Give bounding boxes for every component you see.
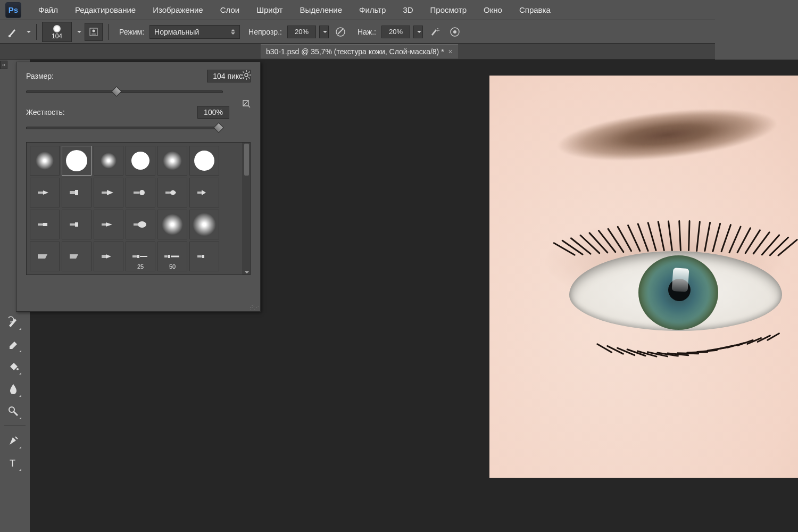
brush-hardness-slider[interactable] — [26, 124, 223, 131]
svg-rect-27 — [197, 192, 202, 194]
menu-view[interactable]: Просмотр — [422, 5, 476, 14]
svg-point-4 — [437, 28, 438, 29]
svg-point-49 — [16, 368, 19, 370]
preset-size-label: 25 — [137, 263, 144, 270]
size-pressure-toggle[interactable] — [446, 24, 463, 40]
menu-bar: Ps Файл Редактирование Изображение Слои … — [0, 0, 715, 20]
svg-rect-44 — [164, 255, 168, 257]
brush-preset[interactable] — [157, 210, 187, 239]
resize-grip-icon[interactable]: ⋰⋰⋰ — [250, 305, 258, 309]
menu-help[interactable]: Справка — [511, 5, 559, 14]
opacity-field[interactable]: 20% — [287, 26, 316, 38]
blend-mode-value: Нормальный — [154, 28, 199, 36]
brush-preset[interactable] — [30, 242, 60, 271]
tool-preset-caret-icon[interactable] — [27, 31, 31, 33]
svg-point-5 — [438, 30, 439, 31]
brush-preset[interactable] — [189, 178, 219, 207]
type-tool[interactable]: T — [4, 454, 22, 472]
brush-preset[interactable] — [157, 178, 187, 207]
blend-mode-dropdown[interactable]: Нормальный — [149, 25, 240, 39]
brush-size-slider[interactable] — [26, 88, 223, 95]
brush-preset[interactable] — [157, 146, 187, 176]
menu-image[interactable]: Изображение — [144, 5, 212, 14]
brush-panel-toggle[interactable] — [85, 23, 103, 41]
brush-preset[interactable] — [94, 146, 123, 176]
panel-expand-handle[interactable]: ›› — [0, 61, 7, 69]
svg-rect-24 — [134, 192, 139, 194]
menu-select[interactable]: Выделение — [292, 5, 351, 14]
brush-preset[interactable] — [62, 210, 92, 239]
pen-tool[interactable] — [4, 431, 22, 450]
eraser-tool[interactable] — [4, 335, 22, 353]
menu-edit[interactable]: Редактирование — [66, 5, 144, 14]
preset-size-label: 50 — [169, 263, 176, 270]
flow-field[interactable]: 20% — [381, 26, 410, 38]
brush-preset-picker[interactable]: 104 — [42, 22, 72, 42]
menu-type[interactable]: Шрифт — [248, 5, 291, 14]
brush-preset[interactable]: 50 — [157, 242, 187, 271]
brush-preset[interactable] — [94, 242, 123, 271]
brush-preset[interactable] — [94, 210, 123, 239]
brush-preset[interactable] — [30, 146, 60, 176]
brush-preset[interactable]: 25 — [126, 242, 155, 271]
svg-marker-23 — [107, 190, 113, 195]
new-preset-icon[interactable] — [242, 99, 251, 108]
brush-preset[interactable] — [126, 146, 155, 176]
opacity-stepper[interactable] — [319, 26, 329, 38]
gear-icon[interactable] — [241, 70, 252, 80]
svg-line-51 — [14, 412, 18, 415]
airbrush-icon — [429, 26, 440, 38]
svg-rect-33 — [102, 223, 106, 226]
brush-presets-grid: 25 50 — [26, 142, 251, 275]
brush-preset[interactable] — [189, 242, 219, 271]
svg-point-6 — [437, 30, 438, 31]
brush-preset[interactable] — [94, 178, 123, 207]
menu-window[interactable]: Окно — [475, 5, 511, 14]
paint-bucket-tool[interactable] — [4, 358, 22, 376]
airbrush-toggle[interactable] — [426, 24, 443, 40]
brush-preset[interactable] — [30, 210, 60, 239]
brush-preset[interactable] — [126, 210, 155, 239]
brush-preset[interactable] — [189, 210, 219, 239]
svg-rect-31 — [70, 223, 75, 226]
brush-preset[interactable] — [62, 242, 92, 271]
svg-rect-26 — [165, 192, 170, 194]
brush-preset-caret-icon[interactable] — [77, 31, 81, 33]
svg-rect-32 — [75, 222, 78, 227]
svg-rect-35 — [134, 223, 138, 226]
brush-preset[interactable] — [189, 146, 219, 176]
svg-line-52 — [15, 437, 18, 439]
eraser-icon — [7, 338, 20, 351]
brush-dot-icon — [53, 25, 61, 32]
brush-hardness-input[interactable]: 100% — [197, 106, 229, 119]
tab-close-button[interactable]: × — [448, 47, 453, 56]
menu-3d[interactable]: 3D — [394, 5, 421, 14]
separator — [108, 24, 109, 40]
brush-preset[interactable] — [62, 146, 92, 176]
brush-preset[interactable] — [62, 178, 92, 207]
brush-preset[interactable] — [126, 178, 155, 207]
document-canvas[interactable] — [489, 76, 715, 477]
flow-stepper[interactable] — [413, 26, 423, 38]
brush-preset[interactable] — [30, 178, 60, 207]
history-brush-icon — [7, 315, 20, 328]
presets-scrollbar[interactable] — [243, 143, 250, 275]
history-brush-tool[interactable] — [4, 313, 22, 331]
svg-point-9 — [245, 73, 248, 77]
svg-marker-38 — [70, 254, 78, 259]
menu-layers[interactable]: Слои — [212, 5, 248, 14]
opacity-label: Непрозр.: — [248, 28, 282, 36]
type-icon: T — [7, 456, 20, 469]
menu-file[interactable]: Файл — [30, 5, 66, 14]
dodge-tool[interactable] — [4, 402, 22, 420]
app-logo: Ps — [5, 2, 21, 18]
svg-marker-34 — [106, 222, 112, 227]
svg-rect-45 — [168, 255, 170, 258]
document-tab[interactable]: b30-1.psd @ 35,7% (текстура кожи, Слой-м… — [261, 44, 458, 59]
menu-filter[interactable]: Фильтр — [351, 5, 394, 14]
svg-marker-37 — [38, 254, 47, 259]
tool-indicator-brush[interactable] — [4, 24, 21, 40]
svg-rect-30 — [43, 223, 47, 226]
opacity-pressure-toggle[interactable] — [332, 24, 349, 40]
blur-tool[interactable] — [4, 380, 22, 398]
